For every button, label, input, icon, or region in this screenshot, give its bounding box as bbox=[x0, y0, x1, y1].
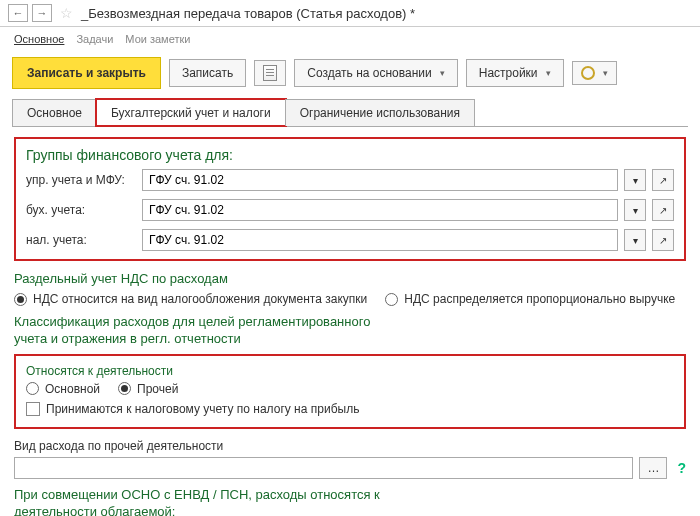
tab-restriction[interactable]: Ограничение использования bbox=[285, 99, 475, 126]
gear-icon bbox=[581, 66, 595, 80]
tab-accounting[interactable]: Бухгалтерский учет и налоги bbox=[96, 99, 286, 126]
vat-opt1-label: НДС относится на вид налогообложения док… bbox=[33, 292, 367, 306]
nal-input[interactable] bbox=[142, 229, 618, 251]
chevron-down-icon: ▾ bbox=[603, 68, 608, 78]
activity-label: Относятся к деятельности bbox=[26, 364, 674, 378]
vat-opt2-label: НДС распределяется пропорционально выруч… bbox=[404, 292, 675, 306]
page-title: _Безвозмездная передача товаров (Статья … bbox=[81, 6, 415, 21]
help-icon[interactable]: ? bbox=[677, 460, 686, 476]
activity-other-label: Прочей bbox=[137, 382, 178, 396]
radio-icon bbox=[26, 382, 39, 395]
open-button[interactable]: ↗ bbox=[652, 229, 674, 251]
chevron-down-icon: ▾ bbox=[546, 68, 551, 78]
subnav-main[interactable]: Основное bbox=[14, 33, 64, 45]
forward-button[interactable]: → bbox=[32, 4, 52, 22]
more-button[interactable]: ▾ bbox=[572, 61, 617, 85]
upr-input[interactable] bbox=[142, 169, 618, 191]
save-button[interactable]: Записать bbox=[169, 59, 246, 87]
open-button[interactable]: ↗ bbox=[652, 169, 674, 191]
back-button[interactable]: ← bbox=[8, 4, 28, 22]
dropdown-button[interactable]: ▾ bbox=[624, 229, 646, 251]
save-close-button[interactable]: Записать и закрыть bbox=[12, 57, 161, 89]
tax-accepted-label: Принимаются к налоговому учету по налогу… bbox=[46, 402, 359, 416]
create-based-label: Создать на основании bbox=[307, 66, 432, 80]
expense-type-label: Вид расхода по прочей деятельности bbox=[14, 439, 686, 453]
expense-type-input[interactable] bbox=[14, 457, 633, 479]
settings-label: Настройки bbox=[479, 66, 538, 80]
classification-title: Классификация расходов для целей регламе… bbox=[14, 314, 394, 348]
upr-label: упр. учета и МФУ: bbox=[26, 173, 136, 187]
vat-title: Раздельный учет НДС по расходам bbox=[14, 271, 686, 286]
open-button[interactable]: ↗ bbox=[652, 199, 674, 221]
create-based-button[interactable]: Создать на основании ▾ bbox=[294, 59, 458, 87]
buh-input[interactable] bbox=[142, 199, 618, 221]
nal-label: нал. учета: bbox=[26, 233, 136, 247]
activity-other-option[interactable]: Прочей bbox=[118, 382, 178, 396]
document-icon bbox=[263, 65, 277, 81]
dropdown-button[interactable]: ▾ bbox=[624, 169, 646, 191]
checkbox-icon bbox=[26, 402, 40, 416]
ellipsis-button[interactable]: … bbox=[639, 457, 667, 479]
group-fin-title: Группы финансового учета для: bbox=[26, 147, 674, 163]
radio-icon bbox=[385, 293, 398, 306]
activity-main-label: Основной bbox=[45, 382, 100, 396]
dropdown-button[interactable]: ▾ bbox=[624, 199, 646, 221]
radio-icon bbox=[14, 293, 27, 306]
document-button[interactable] bbox=[254, 60, 286, 86]
favorite-star-icon[interactable]: ☆ bbox=[60, 5, 73, 21]
vat-option-doc[interactable]: НДС относится на вид налогообложения док… bbox=[14, 292, 367, 306]
chevron-down-icon: ▾ bbox=[440, 68, 445, 78]
radio-icon bbox=[118, 382, 131, 395]
tab-main[interactable]: Основное bbox=[12, 99, 97, 126]
settings-button[interactable]: Настройки ▾ bbox=[466, 59, 564, 87]
subnav-tasks[interactable]: Задачи bbox=[76, 33, 113, 45]
buh-label: бух. учета: bbox=[26, 203, 136, 217]
combine-title: При совмещении ОСНО с ЕНВД / ПСН, расход… bbox=[14, 487, 434, 516]
tax-accepted-checkbox[interactable]: Принимаются к налоговому учету по налогу… bbox=[26, 402, 359, 416]
vat-option-prop[interactable]: НДС распределяется пропорционально выруч… bbox=[385, 292, 675, 306]
activity-main-option[interactable]: Основной bbox=[26, 382, 100, 396]
subnav-notes[interactable]: Мои заметки bbox=[125, 33, 190, 45]
